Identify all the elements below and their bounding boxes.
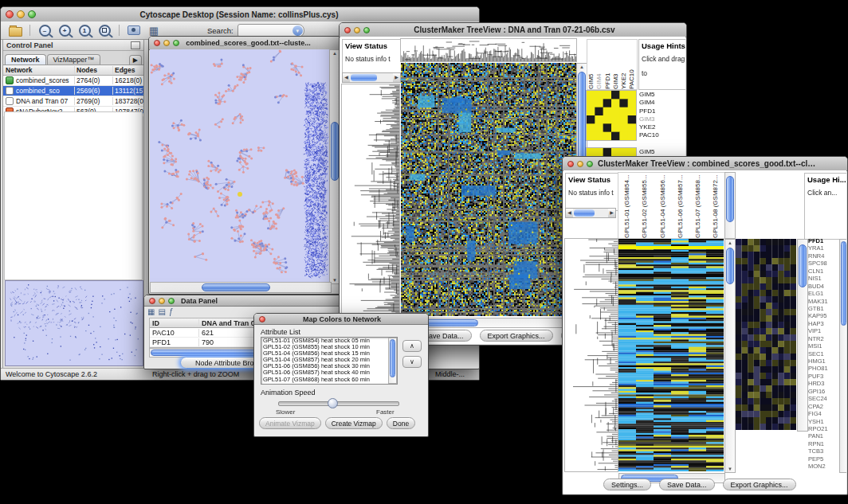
attribute-list-item[interactable]: GPL51-07 (GSM868) heat shock 60 min [261,377,397,383]
gene-label[interactable]: RPN1 [808,440,838,447]
list-scrollbar[interactable] [388,338,397,384]
function-builder-icon[interactable]: ƒ [169,307,174,316]
zoom-out-icon[interactable]: – [37,23,53,37]
maximize-icon[interactable] [28,10,36,18]
maximize-icon[interactable] [173,40,179,46]
gene-label[interactable]: ELG1 [808,290,838,297]
gene-label[interactable]: PAN1 [808,432,838,440]
maximize-icon[interactable] [363,27,370,33]
scroll-left-icon[interactable]: ◀ [566,209,573,217]
gene-label[interactable]: MAK31 [808,298,838,305]
network-list-row[interactable]: combined_scores 2764(0) 16218(0) [3,76,143,86]
gene-label[interactable]: VIP1 [808,327,838,334]
gene-label[interactable]: RNR4 [808,252,838,260]
treeview-button[interactable]: Save Data... [659,479,715,490]
attribute-select-icon[interactable]: ▤ [158,307,165,316]
column-header-network[interactable]: Network [3,66,74,74]
maximize-icon[interactable] [168,298,175,304]
status-scrollbar[interactable]: ◀ ▶ [342,72,401,83]
dialog-button[interactable]: Create Vizmap [325,417,383,429]
network-view-titlebar[interactable]: combined_scores_good.txt--cluste... [149,37,341,50]
gene-label[interactable]: NIS1 [808,275,838,282]
float-panel-icon[interactable] [131,41,140,49]
slider-thumb[interactable] [328,398,338,408]
gene-label[interactable]: CPA2 [808,403,838,410]
gene-label[interactable]: PHO81 [808,365,838,372]
dialog-titlebar[interactable]: Map Colors to Network [254,314,428,325]
column-header-nodes[interactable]: Nodes [74,66,112,74]
network-graph-canvas[interactable] [150,49,330,283]
gene-label[interactable]: SEC1 [808,350,838,357]
status-scrollbar[interactable]: ◀ ▶ [565,208,616,218]
gene-label[interactable]: NTR2 [808,335,838,342]
gene-label[interactable]: SEC24 [808,395,838,402]
gene-label[interactable]: KAP95 [808,312,838,319]
column-header-edges[interactable]: Edges [112,66,143,74]
close-icon[interactable] [344,27,351,33]
expression-heatmap[interactable] [618,239,724,471]
treeview-dna-titlebar[interactable]: ClusterMaker TreeView : DNA and Tran 07-… [340,23,686,37]
network-list-row[interactable]: combined_sco 2569(6) 13112(15) [3,86,143,96]
secondary-heatmap[interactable] [736,239,796,430]
column-header-id[interactable]: ID [150,319,199,327]
gene-label[interactable]: FIG4 [808,410,838,417]
scroll-up-icon[interactable]: ▲ [725,240,735,246]
close-icon[interactable] [259,316,265,322]
overview-canvas[interactable] [6,281,141,364]
move-up-button[interactable]: ∧ [402,340,422,352]
close-icon[interactable] [567,161,574,167]
minimize-icon[interactable] [163,40,170,46]
treeview-button[interactable]: Export Graphics... [480,330,553,342]
zoom-actual-icon[interactable]: 1 [77,23,92,37]
control-panel-tab[interactable]: Network [5,54,46,64]
scroll-right-icon[interactable]: ▶ [393,73,400,82]
gene-label[interactable]: GTB1 [808,305,838,312]
gene-label[interactable]: YSH1 [808,418,838,425]
correlation-submatrix-1[interactable] [587,91,636,140]
network-horizontal-scrollbar[interactable] [150,282,332,293]
secondary-heatmap-scrollbar[interactable] [797,239,808,432]
snapshot-icon[interactable] [126,23,142,37]
heatmap-vertical-scrollbar[interactable]: ▲ ▼ [724,239,736,473]
close-icon[interactable] [6,10,14,18]
gene-label[interactable]: HAP3 [808,320,838,327]
zoom-fit-icon[interactable] [96,23,112,37]
minimize-icon[interactable] [159,298,165,304]
animation-speed-slider[interactable] [278,401,399,406]
gene-label[interactable]: TCB3 [808,447,838,455]
minimize-icon[interactable] [577,161,583,167]
scroll-down-icon[interactable]: ▼ [725,466,735,472]
gene-label[interactable]: PFD1 [808,237,838,244]
gene-label[interactable]: YRA1 [808,244,838,252]
tab-overflow-arrow[interactable]: ▶ [129,55,142,64]
maximize-icon[interactable] [587,161,593,167]
expression-heatmap[interactable] [401,63,576,316]
gene-label[interactable]: PUF3 [808,373,838,380]
search-input[interactable]: ▾ [238,24,304,37]
network-list-row[interactable]: DNA and Tran 07 2769(0) 183728(0) [3,96,143,107]
column-dendrogram[interactable] [401,39,576,61]
gene-label[interactable]: GPI16 [808,388,838,395]
minimize-icon[interactable] [17,10,25,18]
dialog-button[interactable]: Done [387,417,415,429]
gene-label[interactable]: BUD4 [808,283,838,290]
gene-label[interactable]: RPO21 [808,425,838,432]
attribute-table-icon[interactable]: ▦ [147,307,155,316]
move-down-button[interactable]: ∨ [402,356,422,368]
gene-label[interactable]: PEP5 [808,455,838,463]
row-dendrogram[interactable] [565,239,618,471]
open-file-icon[interactable] [7,23,23,37]
close-icon[interactable] [154,40,160,46]
treeview-combined-titlebar[interactable]: ClusterMaker TreeView : combined_scores_… [563,157,847,171]
minimize-icon[interactable] [354,27,360,33]
scroll-up-icon[interactable]: ▲ [577,64,587,70]
gene-label[interactable]: MON2 [808,463,838,470]
network-overview-navigator[interactable] [5,280,143,366]
attribute-list[interactable]: GPL51-01 (GSM854) heat shock 05 minGPL51… [261,337,398,385]
column-labels-scrollbar[interactable] [724,172,736,239]
main-titlebar[interactable]: Cytoscape Desktop (Session Name: collins… [1,7,479,22]
gene-label[interactable]: MSI1 [808,342,838,350]
gene-label[interactable]: CLN1 [808,268,838,275]
gene-label[interactable]: SPC98 [808,260,838,267]
dialog-button[interactable]: Animate Vizmap [259,417,321,429]
